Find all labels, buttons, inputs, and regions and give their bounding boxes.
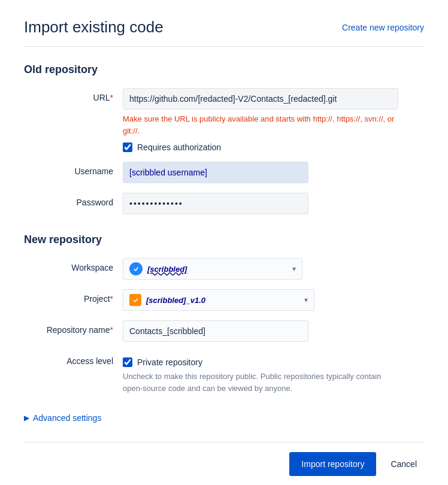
project-label: Project* <box>24 289 123 304</box>
footer-actions: Import repository Cancel <box>24 442 424 476</box>
username-label: Username <box>24 162 123 176</box>
username-input[interactable] <box>123 162 308 183</box>
workspace-chevron-icon: ▾ <box>292 265 296 273</box>
workspace-row: Workspace [scribbled] ▾ <box>24 258 424 280</box>
password-input[interactable] <box>123 193 308 214</box>
create-new-repository-link[interactable]: Create new repository <box>342 18 424 32</box>
project-chevron-icon: ▾ <box>304 296 308 304</box>
import-repository-button[interactable]: Import repository <box>289 452 376 476</box>
workspace-field-container: [scribbled] ▾ <box>123 258 424 280</box>
workspace-name: [scribbled] <box>147 265 187 274</box>
advanced-settings-toggle[interactable]: ▶ Advanced settings <box>24 413 424 423</box>
access-level-field-container: Private repository Uncheck to make this … <box>123 351 424 394</box>
project-row: Project* [scribbled]_v1.0 ▾ <box>24 289 424 311</box>
url-field-container: Make sure the URL is publicly available … <box>123 88 424 152</box>
project-field-container: [scribbled]_v1.0 ▾ <box>123 289 424 311</box>
requires-auth-row: Requires authorization <box>123 143 424 152</box>
workspace-label: Workspace <box>24 258 123 272</box>
chevron-right-icon: ▶ <box>24 414 29 422</box>
page-header: Import existing code Create new reposito… <box>24 18 424 47</box>
workspace-icon <box>129 262 143 275</box>
private-repo-row: Private repository <box>123 357 424 367</box>
advanced-settings-label[interactable]: Advanced settings <box>33 413 101 423</box>
password-field-container <box>123 193 424 214</box>
old-repository-title: Old repository <box>24 63 424 76</box>
username-field-container <box>123 162 424 183</box>
svg-point-0 <box>132 265 140 272</box>
requires-auth-label[interactable]: Requires authorization <box>137 143 221 152</box>
username-row: Username <box>24 162 424 183</box>
new-repository-section: New repository Workspace [scribbled] ▾ <box>24 234 424 394</box>
old-repository-section: Old repository URL* Make sure the URL is… <box>24 63 424 214</box>
access-level-row: Access level Private repository Uncheck … <box>24 351 424 394</box>
requires-auth-checkbox[interactable] <box>123 143 132 152</box>
password-label: Password <box>24 193 123 207</box>
private-repo-label[interactable]: Private repository <box>137 357 202 367</box>
new-repository-title: New repository <box>24 234 424 246</box>
url-label: URL* <box>24 88 123 102</box>
repo-name-field-container <box>123 320 424 342</box>
access-help-text: Uncheck to make this repository public. … <box>123 371 398 394</box>
page-title: Import existing code <box>24 18 164 37</box>
project-select[interactable]: [scribbled]_v1.0 ▾ <box>123 289 314 311</box>
url-input[interactable] <box>123 88 398 110</box>
project-icon <box>129 294 141 306</box>
private-repo-checkbox[interactable] <box>123 357 132 367</box>
repo-name-label: Repository name* <box>24 320 123 335</box>
cancel-button[interactable]: Cancel <box>383 452 424 476</box>
svg-rect-1 <box>132 296 140 304</box>
workspace-select[interactable]: [scribbled] ▾ <box>123 258 302 280</box>
access-level-label: Access level <box>24 351 123 366</box>
project-name: [scribbled]_v1.0 <box>146 296 205 305</box>
url-error-text: Make sure the URL is publicly available … <box>123 113 398 137</box>
repo-name-input[interactable] <box>123 320 308 342</box>
repo-name-row: Repository name* <box>24 320 424 342</box>
password-row: Password <box>24 193 424 214</box>
url-row: URL* Make sure the URL is publicly avail… <box>24 88 424 152</box>
